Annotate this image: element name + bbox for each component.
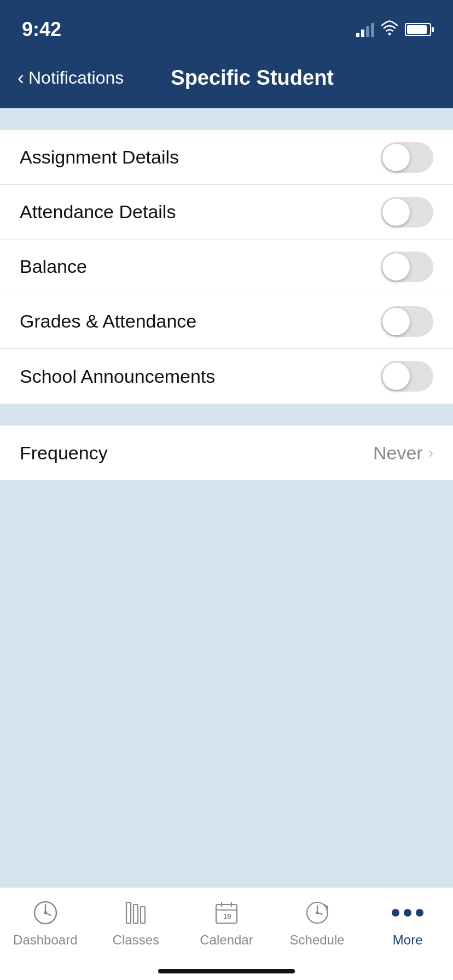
wifi-icon <box>381 20 398 39</box>
settings-list: Assignment Details Attendance Details Ba… <box>0 130 453 404</box>
tab-more[interactable]: More <box>362 897 453 948</box>
more-tab-label: More <box>393 932 423 948</box>
toggle-knob <box>382 363 410 390</box>
tab-schedule[interactable]: Schedule <box>272 897 363 948</box>
schedule-icon <box>302 897 333 928</box>
nav-bar: ‹ Notifications Specific Student <box>0 48 453 108</box>
status-bar: 9:42 <box>0 0 453 48</box>
page-title: Specific Student <box>135 66 370 90</box>
status-time: 9:42 <box>22 18 61 41</box>
middle-spacer <box>0 404 453 425</box>
classes-icon <box>120 897 151 928</box>
back-label: Notifications <box>28 68 124 88</box>
home-indicator <box>158 969 295 973</box>
toggle-knob <box>382 199 410 226</box>
frequency-value: Never › <box>373 442 433 464</box>
tab-bar: Dashboard Classes 19 Calendar <box>0 887 453 980</box>
toggle-knob <box>382 253 410 281</box>
svg-point-9 <box>316 912 318 914</box>
assignment-details-label: Assignment Details <box>20 147 179 168</box>
balance-label: Balance <box>20 256 87 277</box>
dashboard-icon <box>30 897 61 928</box>
attendance-details-label: Attendance Details <box>20 201 176 223</box>
more-dots <box>392 909 423 917</box>
svg-rect-3 <box>126 902 131 923</box>
attendance-details-row: Attendance Details <box>0 185 453 240</box>
grades-attendance-row: Grades & Attendance <box>0 294 453 349</box>
svg-point-0 <box>388 32 391 35</box>
back-button[interactable]: ‹ Notifications <box>18 68 135 88</box>
assignment-details-toggle[interactable] <box>381 142 433 173</box>
signal-icon <box>356 22 374 37</box>
more-dot-2 <box>404 909 411 917</box>
assignment-details-row: Assignment Details <box>0 130 453 185</box>
tab-dashboard[interactable]: Dashboard <box>0 897 91 948</box>
svg-rect-5 <box>141 907 145 923</box>
toggle-knob <box>382 308 410 335</box>
attendance-details-toggle[interactable] <box>381 197 433 228</box>
dashboard-tab-label: Dashboard <box>13 932 77 948</box>
grades-attendance-toggle[interactable] <box>381 306 433 337</box>
frequency-current-value: Never <box>373 442 423 464</box>
frequency-row[interactable]: Frequency Never › <box>0 425 453 480</box>
schedule-tab-label: Schedule <box>290 932 345 948</box>
svg-rect-4 <box>133 905 138 923</box>
back-arrow-icon: ‹ <box>18 68 24 88</box>
balance-toggle[interactable] <box>381 252 433 282</box>
chevron-right-icon: › <box>428 444 433 462</box>
svg-point-2 <box>44 911 47 914</box>
frequency-label: Frequency <box>20 442 108 464</box>
classes-tab-label: Classes <box>113 932 159 948</box>
toggle-knob <box>382 144 410 171</box>
tab-classes[interactable]: Classes <box>91 897 182 948</box>
more-dot-3 <box>416 909 423 917</box>
battery-icon <box>405 23 431 36</box>
school-announcements-toggle[interactable] <box>381 361 433 392</box>
tab-calendar[interactable]: 19 Calendar <box>181 897 272 948</box>
status-icons <box>356 20 431 39</box>
calendar-icon: 19 <box>211 897 242 928</box>
top-spacer <box>0 108 453 130</box>
content-area <box>0 480 453 887</box>
more-dot-1 <box>392 909 399 917</box>
school-announcements-label: School Announcements <box>20 366 215 387</box>
balance-row: Balance <box>0 240 453 294</box>
more-icon <box>392 897 423 928</box>
svg-text:19: 19 <box>223 912 231 920</box>
grades-attendance-label: Grades & Attendance <box>20 311 196 332</box>
school-announcements-row: School Announcements <box>0 349 453 404</box>
calendar-tab-label: Calendar <box>200 932 253 948</box>
frequency-section: Frequency Never › <box>0 425 453 480</box>
